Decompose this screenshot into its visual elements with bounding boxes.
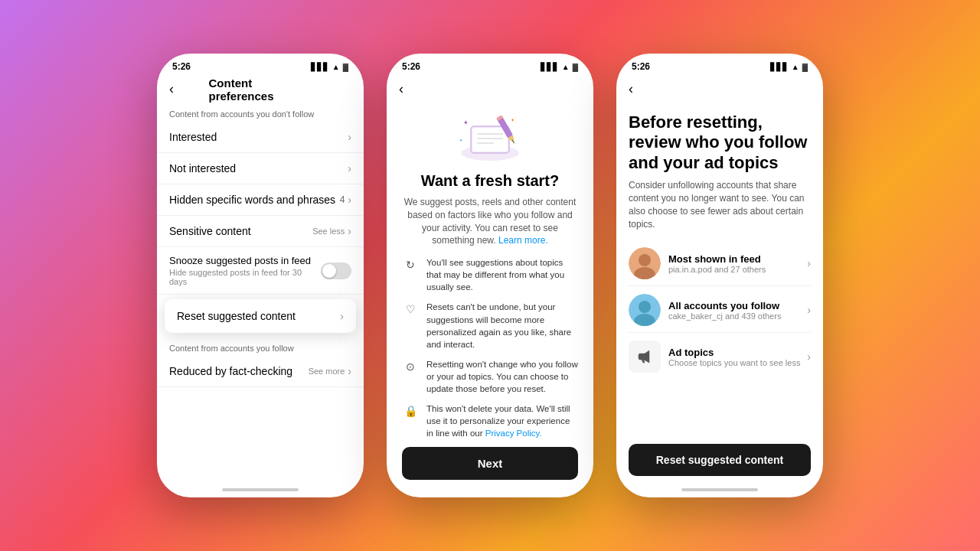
menu-item-sensitive[interactable]: Sensitive content See less › — [157, 216, 364, 247]
reset-bottom-button[interactable]: Reset suggested content — [629, 444, 811, 476]
menu-item-not-interested[interactable]: Not interested › — [157, 153, 364, 184]
snooze-container: Snooze suggested posts in feed Hide sugg… — [157, 247, 364, 295]
nav-header-1: ‹ Content preferences — [157, 75, 364, 103]
account-info-0: Most shown in feed pia.in.a.pod and 27 o… — [668, 253, 807, 274]
reset-card-label: Reset suggested content — [177, 310, 296, 322]
heart-icon: ♡ — [402, 301, 419, 318]
phone-2: 5:26 ▋▋▋ ▲ ▓ ‹ — [387, 54, 593, 497]
snooze-toggle[interactable] — [321, 262, 351, 279]
chevron-interested: › — [348, 131, 351, 143]
account-info-1: All accounts you follow cake_baker_cj an… — [668, 300, 807, 321]
next-button[interactable]: Next — [402, 447, 578, 480]
lock-icon: 🔒 — [402, 403, 419, 419]
svg-text:✦: ✦ — [511, 118, 514, 122]
svg-point-17 — [639, 301, 651, 313]
signal-icon-2: ▋▋▋ — [541, 63, 559, 71]
learn-more-link[interactable]: Learn more. — [498, 235, 548, 246]
wifi-icon-2: ▲ — [562, 63, 570, 71]
reset-card[interactable]: Reset suggested content › — [165, 299, 356, 333]
snooze-subtext: Hide suggested posts in feed for 30 days — [169, 268, 321, 286]
bullet-text-2: Resetting won't change who you follow or… — [426, 358, 578, 395]
svg-point-14 — [639, 254, 651, 266]
menu-item-interested[interactable]: Interested › — [157, 122, 364, 153]
fresh-start-desc: We suggest posts, reels and other conten… — [402, 196, 578, 247]
battery-icon-3: ▓ — [802, 63, 808, 71]
menu-item-hidden-words[interactable]: Hidden specific words and phrases 4 › — [157, 184, 364, 216]
chevron-not-interested: › — [348, 162, 351, 174]
home-indicator-3 — [681, 488, 758, 491]
fresh-desc-text: We suggest posts, reels and other conten… — [404, 197, 577, 246]
not-interested-label: Not interested — [169, 162, 236, 174]
illustration-container: ✦ ✦ ✦ — [402, 111, 578, 165]
wifi-icon: ▲ — [332, 63, 340, 71]
privacy-policy-link[interactable]: Privacy Policy. — [485, 429, 542, 438]
bullet-item-1: ♡ Resets can't be undone, but your sugge… — [402, 301, 578, 350]
svg-text:✦: ✦ — [459, 138, 462, 142]
page-title-1: Content preferences — [209, 77, 312, 103]
account-title-1: All accounts you follow — [668, 300, 807, 311]
back-button-3[interactable]: ‹ — [629, 81, 633, 97]
battery-icon-2: ▓ — [573, 63, 578, 71]
ad-topics-info: Ad topics Choose topics you want to see … — [668, 347, 807, 367]
status-bar-2: 5:26 ▋▋▋ ▲ ▓ — [387, 54, 593, 75]
home-indicator-1 — [222, 488, 299, 491]
sensitive-right: See less › — [312, 225, 351, 237]
fresh-start-title: Want a fresh start? — [402, 172, 578, 190]
avatar-image-1 — [629, 294, 661, 326]
back-button-1[interactable]: ‹ — [169, 81, 174, 97]
section-label-2: Content from accounts you follow — [157, 337, 364, 356]
signal-icon-3: ▋▋▋ — [770, 63, 789, 71]
bullet-item-2: ⊙ Resetting won't change who you follow … — [402, 358, 578, 395]
phone-1: 5:26 ▋▋▋ ▲ ▓ ‹ Content preferences Conte… — [157, 54, 364, 497]
time-3: 5:26 — [632, 61, 650, 72]
hidden-words-right: 4 › — [340, 194, 351, 206]
ad-topics-title: Ad topics — [668, 347, 807, 358]
chevron-account-0: › — [807, 257, 811, 269]
account-item-0[interactable]: Most shown in feed pia.in.a.pod and 27 o… — [629, 241, 811, 286]
see-less-text: See less — [312, 227, 345, 236]
chevron-ad-topics: › — [807, 350, 811, 363]
menu-item-reduced[interactable]: Reduced by fact-checking See more › — [157, 356, 364, 387]
sensitive-label: Sensitive content — [169, 225, 251, 237]
account-item-1[interactable]: All accounts you follow cake_baker_cj an… — [629, 288, 811, 333]
avatar-0 — [629, 247, 661, 279]
bullet-item-0: ↻ You'll see suggestions about topics th… — [402, 256, 578, 293]
interested-label: Interested — [169, 131, 217, 143]
reset-card-chevron: › — [340, 310, 344, 322]
chevron-reduced: › — [348, 365, 351, 377]
review-desc: Consider unfollowing accounts that share… — [629, 179, 811, 230]
ad-topics-icon-box — [629, 341, 661, 373]
time-1: 5:26 — [172, 61, 191, 72]
hidden-words-label: Hidden specific words and phrases — [169, 194, 335, 206]
hidden-words-badge: 4 — [340, 194, 345, 205]
svg-rect-2 — [472, 128, 508, 152]
time-2: 5:26 — [402, 61, 420, 72]
bullet-item-3: 🔒 This won't delete your data. We'll sti… — [402, 403, 578, 439]
chevron-account-1: › — [807, 304, 811, 316]
person-icon: ⊙ — [402, 358, 419, 375]
snooze-label: Snooze suggested posts in feed — [169, 255, 321, 266]
chevron-sensitive: › — [348, 225, 351, 237]
status-icons-2: ▋▋▋ ▲ ▓ — [541, 63, 578, 71]
avatar-1 — [629, 294, 661, 326]
snooze-row: Snooze suggested posts in feed Hide sugg… — [169, 255, 351, 286]
back-button-2[interactable]: ‹ — [399, 81, 403, 97]
ad-topics-item[interactable]: Ad topics Choose topics you want to see … — [629, 334, 811, 379]
status-bar-3: 5:26 ▋▋▋ ▲ ▓ — [616, 54, 823, 75]
phone3-content: Before resetting, review who you follow … — [616, 103, 823, 459]
phone-3: 5:26 ▋▋▋ ▲ ▓ ‹ Before resetting, review … — [616, 54, 823, 497]
bullet-text-3: This won't delete your data. We'll still… — [426, 403, 578, 439]
avatar-image-0 — [629, 247, 661, 279]
svg-text:✦: ✦ — [463, 119, 469, 126]
account-sub-0: pia.in.a.pod and 27 others — [668, 265, 807, 274]
bullet-list: ↻ You'll see suggestions about topics th… — [402, 256, 578, 439]
fresh-start-illustration: ✦ ✦ ✦ — [456, 111, 524, 165]
chevron-hidden-words: › — [348, 194, 351, 206]
wifi-icon-3: ▲ — [792, 63, 799, 71]
megaphone-icon — [635, 347, 654, 366]
review-title: Before resetting, review who you follow … — [629, 112, 811, 173]
account-list: Most shown in feed pia.in.a.pod and 27 o… — [629, 241, 811, 379]
phone1-content: Content from accounts you don't follow I… — [157, 103, 364, 484]
status-icons-3: ▋▋▋ ▲ ▓ — [770, 63, 808, 71]
phone2-content: ✦ ✦ ✦ Want a fresh start? We suggest pos… — [387, 103, 593, 487]
